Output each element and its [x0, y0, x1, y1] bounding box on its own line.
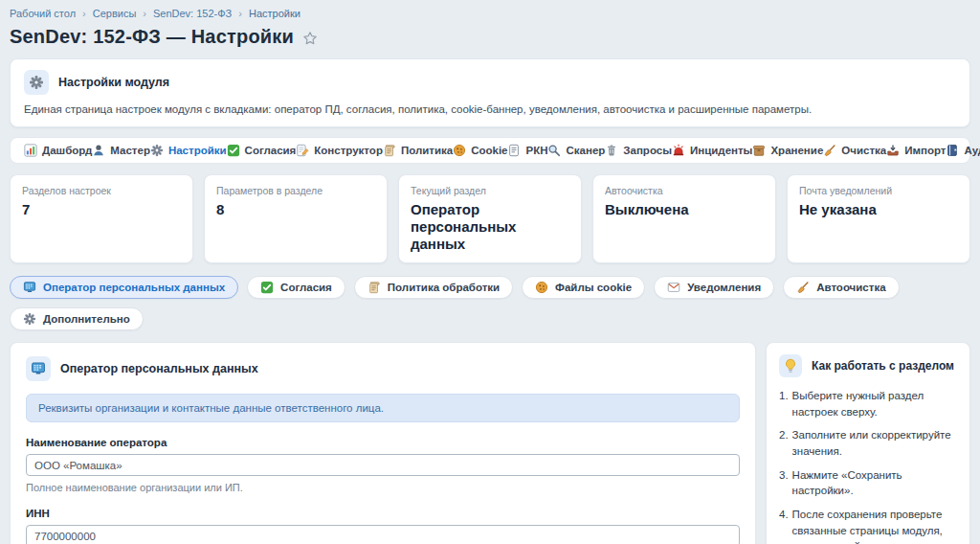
module-info-card: Настройки модуля Единая страница настрое…: [10, 58, 970, 127]
tab-cookie[interactable]: Cookie: [453, 144, 507, 157]
section-pill-consents[interactable]: Согласия: [247, 276, 345, 299]
broom-icon: [796, 281, 810, 294]
help-step-text: Заполните или скорректируйте значения.: [792, 427, 957, 459]
check-icon: [227, 144, 240, 157]
tab-rkn[interactable]: РКН: [507, 144, 547, 157]
field-input-operator-name[interactable]: [26, 454, 740, 476]
help-steps: 1.Выберите нужный раздел настроек сверху…: [779, 388, 957, 544]
tab-label: Аудит: [964, 145, 980, 156]
gear-icon: [150, 144, 164, 157]
tab-import[interactable]: Импорт: [886, 144, 946, 157]
stat-value: Выключена: [605, 201, 764, 218]
breadcrumb-item-settings: Настройки: [249, 8, 301, 19]
stat-label: Текущий раздел: [411, 185, 569, 196]
tab-label: РКН: [525, 145, 547, 156]
page-root: Рабочий стол›Сервисы›SenDev: 152-ФЗ›Наст…: [0, 0, 980, 544]
field-operator-name: Наименование оператораПолное наименовани…: [26, 437, 740, 493]
tab-scanner[interactable]: Сканер: [547, 144, 605, 157]
dashboard-icon: [24, 144, 37, 157]
right-sidebar: Как работать с разделом 1.Выберите нужны…: [766, 342, 970, 544]
tab-requests[interactable]: Запросы: [605, 144, 672, 157]
tab-consents[interactable]: Согласия: [227, 144, 297, 157]
section-pill-processing-policy[interactable]: Политика обработки: [354, 276, 513, 299]
tab-incidents[interactable]: Инциденты: [672, 144, 752, 157]
monitor-icon: [26, 356, 51, 381]
broom-icon: [823, 144, 836, 157]
module-tab-bar: ДашбордМастерНастройкиСогласияКонструкто…: [10, 137, 970, 164]
section-pill-cookies[interactable]: Файлы cookie: [522, 276, 645, 299]
tab-label: Сканер: [566, 145, 605, 156]
stat-card-current-section: Текущий разделОператор персональных данн…: [398, 174, 582, 263]
page-title: SenDev: 152-ФЗ — Настройки: [10, 26, 294, 48]
scroll-icon: [368, 281, 381, 294]
gear-icon: [23, 312, 36, 326]
stat-label: Разделов настроек: [22, 185, 181, 196]
tab-constructor[interactable]: Конструктор: [296, 144, 383, 157]
breadcrumb-separator: ›: [143, 8, 146, 19]
doc-icon: [507, 144, 521, 157]
import-icon: [886, 144, 900, 157]
help-step-1: 1.Выберите нужный раздел настроек сверху…: [779, 388, 957, 419]
section-pill-operator[interactable]: Оператор персональных данных: [10, 276, 238, 299]
tab-label: Конструктор: [314, 145, 383, 156]
cookie-icon: [535, 281, 548, 294]
tab-label: Политика: [401, 145, 453, 156]
section-pill-extra[interactable]: Дополнительно: [10, 307, 144, 330]
tab-label: Дашборд: [42, 145, 92, 156]
tab-master[interactable]: Мастер: [92, 144, 150, 157]
stat-label: Автоочистка: [605, 185, 764, 196]
scroll-icon: [383, 144, 396, 157]
help-step-4: 4.После сохранения проверьте связанные с…: [779, 507, 957, 544]
pill-label: Файлы cookie: [555, 282, 632, 293]
gear-icon: [24, 70, 49, 95]
module-card-description: Единая страница настроек модуля с вкладк…: [24, 103, 956, 115]
tab-storage[interactable]: Хранение: [752, 144, 823, 157]
help-step-number: 1.: [779, 388, 789, 419]
pill-label: Автоочистка: [816, 282, 885, 293]
help-step-number: 4.: [779, 507, 789, 544]
form-fields: Наименование оператораПолное наименовани…: [26, 437, 740, 544]
section-pill-autoclean[interactable]: Автоочистка: [783, 276, 899, 299]
help-step-number: 3.: [779, 467, 789, 499]
mail-icon: [667, 281, 680, 294]
favorite-star-icon[interactable]: [302, 31, 318, 46]
tab-label: Импорт: [904, 145, 946, 156]
check-icon: [260, 281, 274, 294]
stat-card-sections-count: Разделов настроек7: [10, 174, 193, 263]
breadcrumb-item-sendev[interactable]: SenDev: 152-ФЗ: [153, 8, 232, 19]
siren-icon: [672, 144, 685, 157]
help-card-title: Как работать с разделом: [812, 359, 954, 373]
form-title: Оператор персональных данных: [60, 362, 258, 375]
tab-dashboard[interactable]: Дашборд: [24, 144, 92, 157]
field-inn: ИННУкажите ИНН организации.: [26, 508, 740, 544]
stat-label: Параметров в разделе: [216, 185, 375, 196]
stat-value: 8: [216, 201, 375, 218]
breadcrumb-separator: ›: [82, 8, 86, 19]
section-pill-notifications[interactable]: Уведомления: [654, 276, 774, 299]
book-icon: [946, 144, 959, 157]
breadcrumb-item-services[interactable]: Сервисы: [93, 8, 137, 19]
stat-card-params-count: Параметров в разделе8: [204, 174, 388, 263]
breadcrumb-item-desktop[interactable]: Рабочий стол: [10, 8, 76, 19]
pill-label: Уведомления: [687, 282, 761, 293]
tab-settings[interactable]: Настройки: [150, 144, 227, 157]
stat-value: Не указана: [799, 201, 958, 218]
tab-label: Мастер: [110, 145, 150, 156]
stat-label: Почта уведомлений: [799, 185, 958, 196]
operator-form-card: Оператор персональных данных Реквизиты о…: [10, 342, 756, 544]
tab-cleanup[interactable]: Очистка: [823, 144, 886, 157]
field-input-inn[interactable]: [26, 525, 740, 544]
tab-label: Очистка: [841, 145, 886, 156]
form-info-banner: Реквизиты организации и контактные данны…: [26, 394, 740, 422]
tab-policy[interactable]: Политика: [383, 144, 453, 157]
help-step-text: Выберите нужный раздел настроек сверху.: [792, 388, 957, 419]
tab-label: Согласия: [245, 145, 297, 156]
field-label-operator-name: Наименование оператора: [26, 437, 740, 448]
help-card: Как работать с разделом 1.Выберите нужны…: [766, 342, 970, 544]
pill-label: Согласия: [280, 282, 332, 293]
constructor-icon: [296, 144, 309, 157]
monitor-icon: [23, 281, 36, 294]
trash-icon: [605, 144, 618, 157]
tab-audit[interactable]: Аудит: [946, 144, 980, 157]
magnifier-icon: [547, 144, 561, 157]
